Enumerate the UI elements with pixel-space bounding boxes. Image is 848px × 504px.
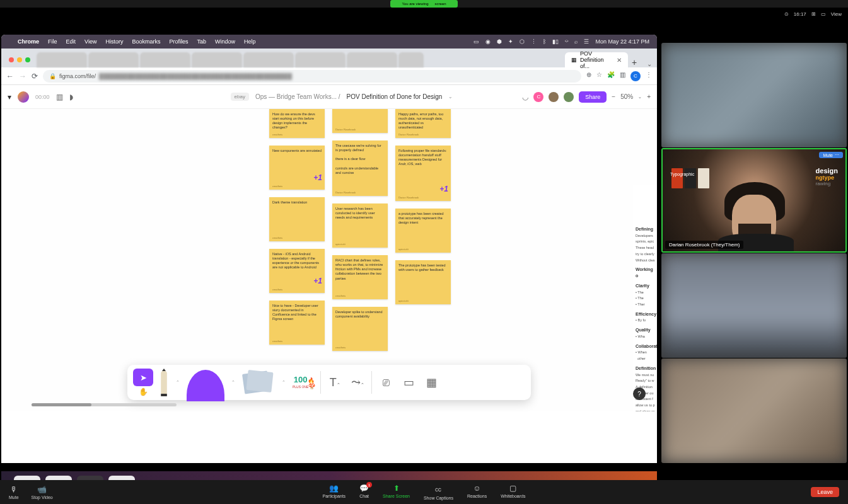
figma-menu-icon[interactable]: ▾ — [8, 93, 11, 101]
forward-button[interactable]: → — [19, 72, 26, 81]
tab-inactive[interactable] — [192, 52, 242, 67]
figma-canvas[interactable]: How do we ensure the devs start working … — [1, 109, 657, 411]
sticky-note[interactable]: Dark theme translationcmatheis — [269, 197, 325, 241]
chevron-up-icon[interactable]: ⌃ — [282, 380, 286, 385]
sticky-note[interactable]: Following proper file standards: documen… — [395, 146, 451, 201]
view-mode-icon[interactable]: ▭ — [821, 11, 826, 17]
user-avatar[interactable]: C — [533, 92, 543, 102]
tab-active[interactable]: ▦ POV Definition of... ✕ — [565, 52, 628, 67]
help-menu[interactable]: Help — [244, 38, 256, 45]
project-badge[interactable]: ebay — [231, 93, 249, 101]
zoom-page-icon[interactable]: ⊕ — [586, 71, 591, 81]
connector-tool[interactable]: ⤳⌃ — [349, 375, 366, 389]
followed-user-avatar[interactable] — [18, 91, 29, 103]
participant-video[interactable] — [661, 253, 847, 358]
battery-icon[interactable]: ▮▯ — [552, 38, 559, 45]
more-icon[interactable]: ⋯ — [835, 152, 839, 158]
sticky-note-tool[interactable] — [242, 370, 275, 395]
select-tool[interactable]: ➤ — [133, 369, 153, 386]
tab-inactive[interactable] — [243, 52, 294, 67]
sticky-note[interactable]: Nice to have - Developer user story docu… — [269, 301, 325, 345]
sticky-note[interactable]: RACI chart that defines roles, who works… — [332, 255, 388, 299]
tab-menu[interactable]: Tab — [197, 38, 206, 45]
mute-control[interactable]: 🎙Mute — [9, 485, 19, 500]
breadcrumb-current[interactable]: POV Definition of Done for Design — [347, 93, 443, 100]
participant-video[interactable] — [661, 358, 847, 463]
sticky-note[interactable]: Developer spike to understand component … — [332, 307, 388, 351]
stamp-tool[interactable]: 100🔥 PLUS ONE🍄 — [293, 375, 315, 389]
sticky-note[interactable]: Happy paths, error paths, too much data,… — [395, 109, 451, 138]
history-menu[interactable]: History — [105, 38, 123, 45]
address-bar[interactable]: 🔒 figma.com/file/ ██████████████████████… — [43, 70, 581, 83]
video-control[interactable]: 📹Stop Video — [32, 485, 53, 500]
tabs-dropdown-icon[interactable]: ⌄ — [647, 60, 652, 67]
horizontal-scrollbar[interactable] — [32, 403, 177, 406]
profiles-menu[interactable]: Profiles — [169, 38, 188, 45]
control-center-icon[interactable]: ☰ — [584, 38, 589, 45]
chevron-up-icon[interactable]: ⌃ — [176, 380, 180, 385]
view-menu[interactable]: View — [84, 38, 96, 45]
share-screen-control[interactable]: ⬆Share Screen — [383, 484, 410, 500]
participant-video[interactable] — [661, 43, 847, 147]
tab-inactive[interactable] — [347, 52, 397, 67]
grid-view-icon[interactable]: ⊞ — [811, 11, 816, 17]
wifi-icon[interactable]: ⌔ — [565, 38, 568, 45]
captions-control[interactable]: ㏄Show Captions — [424, 484, 453, 500]
table-tool[interactable]: ▦ — [422, 375, 440, 389]
profile-avatar[interactable]: C — [630, 71, 641, 81]
reload-button[interactable]: ⟳ — [32, 72, 38, 81]
leave-button[interactable]: Leave — [811, 487, 839, 497]
participant-video-active[interactable]: Typographic design ngtype rawing Mute⋯ D… — [661, 148, 847, 253]
sticky-note[interactable]: a prototype has been created that accura… — [395, 209, 451, 253]
bookmarks-menu[interactable]: Bookmarks — [132, 38, 160, 45]
window-menu[interactable]: Window — [215, 38, 235, 45]
bookmark-star-icon[interactable]: ☆ — [596, 71, 602, 81]
panel-toggle-icon[interactable]: ▥ — [56, 93, 63, 101]
tab-inactive[interactable] — [295, 52, 346, 67]
zoom-out-button[interactable]: − — [612, 93, 615, 100]
sticky-note[interactable]: The usecase we're solving for is properl… — [332, 140, 388, 196]
sticky-note[interactable]: Darian Rosebrook — [332, 109, 388, 133]
tab-inactive[interactable] — [398, 52, 424, 67]
tab-inactive[interactable] — [37, 52, 87, 67]
zoom-in-button[interactable]: + — [647, 93, 651, 100]
tab-inactive[interactable] — [140, 52, 190, 67]
stamp-icon[interactable]: ⎚ — [377, 376, 395, 389]
view-button[interactable]: View — [831, 11, 842, 17]
edit-menu[interactable]: Edit — [66, 38, 76, 45]
file-menu[interactable]: File — [48, 38, 57, 45]
chevron-down-icon[interactable]: ⌄ — [638, 94, 642, 100]
help-button[interactable]: ? — [633, 387, 646, 400]
close-window-icon[interactable] — [9, 57, 14, 62]
tab-inactive[interactable] — [88, 52, 139, 67]
chrome-menu-icon[interactable]: ⋮ — [646, 71, 652, 81]
search-icon[interactable]: ⌕ — [574, 38, 578, 45]
sticky-note[interactable]: User research has been conducted to iden… — [332, 203, 388, 248]
zoom-level[interactable]: 50% — [620, 93, 633, 100]
mute-button[interactable]: Mute⋯ — [819, 152, 843, 158]
collaborator-avatar[interactable] — [564, 92, 574, 102]
app-menu[interactable]: Chrome — [18, 38, 39, 45]
whiteboards-control[interactable]: ▢Whiteboards — [501, 484, 525, 500]
breadcrumb-parent[interactable]: Ops — Bridge Team Works... / — [255, 93, 340, 100]
sticky-note[interactable]: New components are annotatedcmatheis+1 — [269, 146, 325, 190]
maximize-window-icon[interactable] — [25, 57, 30, 62]
marker-tool[interactable] — [159, 369, 169, 396]
datetime[interactable]: Mon May 22 4:17 PM — [595, 38, 649, 45]
close-tab-icon[interactable]: ✕ — [617, 57, 622, 64]
sticky-note[interactable]: Native - iOS and Android translation - e… — [269, 249, 325, 293]
shape-tool[interactable] — [187, 370, 224, 401]
headphones-icon[interactable]: ◡ — [522, 93, 528, 101]
collaborator-avatar[interactable] — [549, 92, 559, 102]
chevron-down-icon[interactable]: ⌄ — [448, 94, 453, 100]
timer[interactable]: 00:00 — [35, 94, 50, 100]
comment-icon[interactable]: ◗ — [69, 93, 73, 101]
back-button[interactable]: ← — [6, 72, 14, 81]
bluetooth-icon[interactable]: ᛒ — [543, 38, 546, 45]
chevron-up-icon[interactable]: ⌃ — [231, 380, 235, 385]
share-button[interactable]: Share — [579, 91, 607, 103]
extensions-icon[interactable]: 🧩 — [607, 71, 615, 81]
side-panel-icon[interactable]: ▥ — [620, 71, 625, 81]
sticky-note[interactable]: The prototype has been tested with users… — [395, 260, 451, 304]
participants-control[interactable]: 👥Participants — [323, 484, 346, 500]
